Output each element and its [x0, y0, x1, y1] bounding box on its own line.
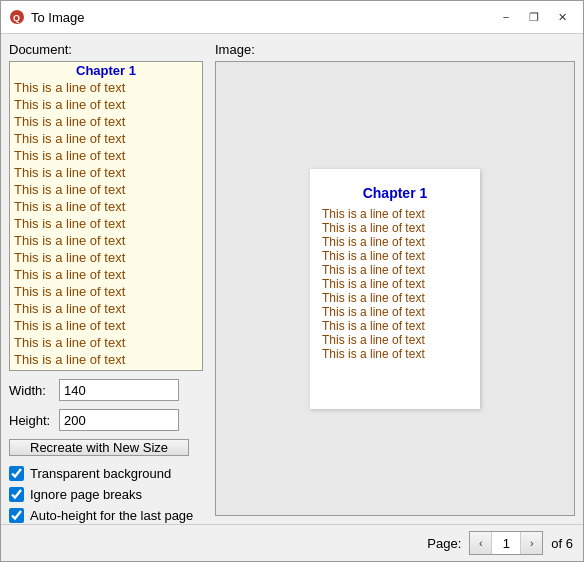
list-item[interactable]: This is a line of text — [10, 215, 202, 232]
image-text-line: This is a line of text — [322, 207, 468, 221]
content-area: Document: Chapter 1This is a line of tex… — [1, 34, 583, 524]
list-item[interactable]: This is a line of text — [10, 198, 202, 215]
app-icon: Q — [9, 9, 25, 25]
image-page: Chapter 1 This is a line of textThis is … — [310, 169, 480, 409]
image-text-line: This is a line of text — [322, 333, 468, 347]
page-label: Page: — [427, 536, 461, 551]
next-page-button[interactable]: › — [520, 532, 542, 554]
bottom-bar: Page: ‹ › of 6 — [1, 524, 583, 561]
width-input[interactable] — [59, 379, 179, 401]
list-item[interactable]: This is a line of text — [10, 181, 202, 198]
image-text-line: This is a line of text — [322, 305, 468, 319]
left-panel: Document: Chapter 1This is a line of tex… — [1, 34, 211, 524]
restore-button[interactable]: ❐ — [521, 7, 547, 27]
image-lines: This is a line of textThis is a line of … — [322, 207, 468, 361]
title-bar: Q To Image − ❐ ✕ — [1, 1, 583, 34]
window-title: To Image — [31, 10, 493, 25]
svg-text:Q: Q — [13, 13, 20, 23]
image-label: Image: — [215, 42, 575, 57]
main-window: Q To Image − ❐ ✕ Document: Chapter 1This… — [0, 0, 584, 562]
list-item[interactable]: This is a line of text — [10, 351, 202, 368]
list-item[interactable]: This is a line of text — [10, 266, 202, 283]
list-item[interactable]: This is a line of text — [10, 334, 202, 351]
image-text-line: This is a line of text — [322, 263, 468, 277]
image-chapter-heading: Chapter 1 — [322, 185, 468, 201]
height-label: Height: — [9, 413, 59, 428]
list-item[interactable]: This is a line of text — [10, 79, 202, 96]
ignore-page-breaks-checkbox[interactable] — [9, 487, 24, 502]
transparent-bg-label: Transparent background — [30, 466, 171, 481]
list-item[interactable]: This is a line of text — [10, 300, 202, 317]
list-item[interactable]: This is a line of text — [10, 164, 202, 181]
list-item[interactable]: This is a line of text — [10, 147, 202, 164]
image-text-line: This is a line of text — [322, 221, 468, 235]
total-pages-label: of 6 — [551, 536, 573, 551]
transparent-bg-row[interactable]: Transparent background — [9, 466, 203, 481]
image-text-line: This is a line of text — [322, 291, 468, 305]
auto-height-label: Auto-height for the last page — [30, 508, 193, 523]
document-listbox[interactable]: Chapter 1This is a line of textThis is a… — [9, 61, 203, 371]
transparent-bg-checkbox[interactable] — [9, 466, 24, 481]
list-item[interactable]: This is a line of text — [10, 368, 202, 371]
auto-height-checkbox[interactable] — [9, 508, 24, 523]
ignore-page-breaks-row[interactable]: Ignore page breaks — [9, 487, 203, 502]
list-item[interactable]: This is a line of text — [10, 232, 202, 249]
page-number-input[interactable] — [492, 532, 520, 554]
image-text-line: This is a line of text — [322, 235, 468, 249]
image-text-line: This is a line of text — [322, 347, 468, 361]
list-item[interactable]: This is a line of text — [10, 96, 202, 113]
auto-height-row[interactable]: Auto-height for the last page — [9, 508, 203, 523]
document-label: Document: — [9, 42, 203, 57]
minimize-button[interactable]: − — [493, 7, 519, 27]
height-input[interactable] — [59, 409, 179, 431]
image-preview-area: Chapter 1 This is a line of textThis is … — [215, 61, 575, 516]
width-row: Width: — [9, 379, 203, 401]
list-item[interactable]: This is a line of text — [10, 113, 202, 130]
width-label: Width: — [9, 383, 59, 398]
list-item[interactable]: This is a line of text — [10, 130, 202, 147]
options-checkboxes: Transparent background Ignore page break… — [9, 466, 203, 523]
list-item[interactable]: This is a line of text — [10, 249, 202, 266]
recreate-button[interactable]: Recreate with New Size — [9, 439, 189, 456]
list-item[interactable]: This is a line of text — [10, 317, 202, 334]
prev-page-button[interactable]: ‹ — [470, 532, 492, 554]
ignore-page-breaks-label: Ignore page breaks — [30, 487, 142, 502]
image-text-line: This is a line of text — [322, 249, 468, 263]
right-panel: Image: Chapter 1 This is a line of textT… — [211, 34, 583, 524]
image-text-line: This is a line of text — [322, 319, 468, 333]
close-button[interactable]: ✕ — [549, 7, 575, 27]
page-navigation: ‹ › — [469, 531, 543, 555]
list-item[interactable]: This is a line of text — [10, 283, 202, 300]
window-controls: − ❐ ✕ — [493, 7, 575, 27]
height-row: Height: — [9, 409, 203, 431]
image-text-line: This is a line of text — [322, 277, 468, 291]
list-item[interactable]: Chapter 1 — [10, 62, 202, 79]
